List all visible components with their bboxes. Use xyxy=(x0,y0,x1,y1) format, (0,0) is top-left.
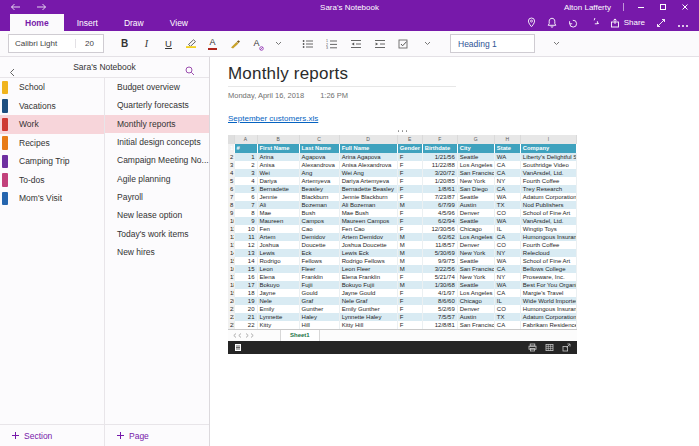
tags-chevron-icon[interactable] xyxy=(419,35,436,53)
location-pin-icon[interactable] xyxy=(527,14,536,32)
tab-insert[interactable]: Insert xyxy=(64,14,111,31)
grid-view-icon[interactable] xyxy=(545,338,554,356)
table-row[interactable]: 87AliBozemanAli BozemanM6/7/99AustinTXNo… xyxy=(228,201,577,209)
table-row[interactable]: 21ArinaAgapovaArina AgapovaF1/21/56Seatt… xyxy=(228,153,577,161)
table-row[interactable]: 1716ElenaFranklinElena FranklinF5/21/74N… xyxy=(228,273,577,281)
pop-out-icon[interactable] xyxy=(562,338,571,356)
sidebar-section-vacations[interactable]: Vacations xyxy=(0,97,104,116)
table-row[interactable]: 1110FenCaoFen CaoF12/30/56ChicagoILWingt… xyxy=(228,225,577,233)
table-row[interactable]: 32AnisaAlexandrovaAnisa AlexandrovaF11/2… xyxy=(228,161,577,169)
styles-chevron-icon[interactable] xyxy=(548,35,565,53)
font-options-chevron-icon[interactable] xyxy=(270,35,287,53)
cell: IL xyxy=(494,297,520,305)
undo-icon[interactable] xyxy=(568,14,578,32)
more-options-icon[interactable] xyxy=(677,14,689,32)
print-icon[interactable] xyxy=(528,338,537,356)
maximize-button[interactable] xyxy=(658,2,668,12)
column-letter: F xyxy=(422,135,457,144)
table-row[interactable]: 1918JayneGouldJayne GouldF4/1/97Los Ange… xyxy=(228,289,577,297)
bullet-list-button[interactable] xyxy=(299,35,316,53)
font-name-field[interactable]: Calibri Light xyxy=(9,39,75,48)
sidebar-page-budget-overview[interactable]: Budget overview xyxy=(105,78,209,96)
sidebar-section-to-dos[interactable]: To-dos xyxy=(0,171,104,190)
page-title[interactable]: Monthly reports xyxy=(228,64,456,84)
minimize-button[interactable] xyxy=(636,2,646,12)
add-section-button[interactable]: Section xyxy=(0,424,104,446)
table-row[interactable]: 2120EmilyGuntherEmily GuntherF5/2/69Denv… xyxy=(228,305,577,313)
table-row[interactable]: 1514RodrigoFellowsRodrigo FellowsM9/9/75… xyxy=(228,257,577,265)
sidebar-page-today-s-work-items[interactable]: Today's work items xyxy=(105,224,209,242)
notebook-title[interactable]: Sara's Notebook xyxy=(0,62,209,72)
font-color-button[interactable]: A xyxy=(204,35,221,53)
table-row[interactable]: 1211ArtemDemidovArtem DemidovM6/2/62Los … xyxy=(228,233,577,241)
table-row[interactable]: 1817BokuyoFujiiBokuyo FujiiM1/30/68Seatt… xyxy=(228,281,577,289)
table-row[interactable]: 2322KittyHillKitty HillF12/8/81San Franc… xyxy=(228,321,577,329)
cell: 21 xyxy=(234,313,257,321)
column-letter: E xyxy=(397,135,422,144)
sidebar-section-camping-trip[interactable]: Camping Trip xyxy=(0,152,104,171)
highlighter-button[interactable] xyxy=(182,35,199,53)
sidebar-section-school[interactable]: School xyxy=(0,78,104,97)
todo-tag-button[interactable] xyxy=(395,35,412,53)
table-row[interactable]: 2221LynnetteHaleyLynnette HaleyF7/5/57Au… xyxy=(228,313,577,321)
table-row[interactable]: 1312JoshuaDoucetteJoshua DoucetteM11/8/5… xyxy=(228,241,577,249)
sidebar-section-recipes[interactable]: Recipes xyxy=(0,134,104,153)
row-number: 9 xyxy=(228,209,234,217)
cell: 1/21/56 xyxy=(422,153,457,161)
table-row[interactable]: 76JennieBlackburnJennie BlackburnF7/23/8… xyxy=(228,193,577,201)
close-button[interactable] xyxy=(680,2,690,12)
clear-formatting-button[interactable]: A xyxy=(248,35,265,53)
add-page-button[interactable]: Page xyxy=(105,424,209,446)
format-painter-button[interactable] xyxy=(226,35,243,53)
table-row[interactable]: 1615LeonFleerLeon FleerM3/22/56San Franc… xyxy=(228,265,577,273)
decrease-indent-button[interactable] xyxy=(347,35,364,53)
attachment-link[interactable]: September customers.xls xyxy=(228,114,318,123)
numbered-list-button[interactable]: 123 xyxy=(323,35,340,53)
column-header: First Name xyxy=(257,144,299,153)
redo-icon[interactable] xyxy=(589,14,599,32)
font-picker[interactable]: Calibri Light 20 xyxy=(8,34,104,53)
account-name[interactable]: Alton Lafferty xyxy=(564,3,611,12)
underline-button[interactable]: U xyxy=(160,35,177,53)
search-icon[interactable] xyxy=(185,62,195,80)
embed-workbook-icon[interactable] xyxy=(234,338,242,356)
excel-embed[interactable]: ABCDEFGHI1#First NameLast NameFull NameG… xyxy=(228,130,577,354)
sidebar-page-payroll[interactable]: Payroll xyxy=(105,188,209,206)
table-row[interactable]: 109MaureenCamposMaureen CamposF6/2/94Sea… xyxy=(228,217,577,225)
table-row[interactable]: 43WeiAngWei AngF3/20/72San FranciscoCAVa… xyxy=(228,169,577,177)
page-canvas[interactable]: Monthly reports Monday, April 16, 2018 1… xyxy=(210,57,699,446)
sidebar-page-new-hires[interactable]: New hires xyxy=(105,243,209,261)
sidebar-page-quarterly-forecasts[interactable]: Quarterly forecasts xyxy=(105,96,209,114)
embed-move-handle-icon[interactable] xyxy=(228,130,577,132)
table-row[interactable]: 1413LewisEckLewis EckM5/30/69New YorkNYR… xyxy=(228,249,577,257)
italic-button[interactable]: I xyxy=(138,35,155,53)
notifications-bell-icon[interactable] xyxy=(547,14,557,32)
bold-button[interactable]: B xyxy=(116,35,133,53)
sidebar-section-mom-s-visit[interactable]: Mom's Visit xyxy=(0,189,104,208)
column-header: Company xyxy=(520,144,576,153)
sidebar-page-monthly-reports[interactable]: Monthly reports xyxy=(105,115,209,133)
tab-draw[interactable]: Draw xyxy=(111,14,157,31)
table-row[interactable]: 98MaeBushMae BushF4/5/96DenverCOSchool o… xyxy=(228,209,577,217)
cell: 8/6/60 xyxy=(422,297,457,305)
sheet-nav-arrows-icon[interactable] xyxy=(228,330,260,341)
back-arrow-icon[interactable] xyxy=(10,3,21,11)
style-picker[interactable]: Heading 1 xyxy=(450,34,535,53)
share-button[interactable]: Share xyxy=(610,18,645,28)
sidebar-page-campaign-meeting-no[interactable]: Campaign Meeting No... xyxy=(105,151,209,169)
sidebar-page-agile-planning[interactable]: Agile planning xyxy=(105,169,209,187)
increase-indent-button[interactable] xyxy=(371,35,388,53)
sheet-tab[interactable]: Sheet1 xyxy=(280,330,320,341)
cell: CO xyxy=(494,209,520,217)
tab-view[interactable]: View xyxy=(157,14,201,31)
sidebar-section-work[interactable]: Work xyxy=(0,115,104,134)
table-row[interactable]: 65BernadetteBeasleyBernadette BeasleyF1/… xyxy=(228,185,577,193)
table-row[interactable]: 54DariyaArtemyevaDariya ArtemyevaF1/20/8… xyxy=(228,177,577,185)
tab-home[interactable]: Home xyxy=(10,14,64,31)
sidebar-page-new-lease-option[interactable]: New lease option xyxy=(105,206,209,224)
table-row[interactable]: 2019NeleGrafNele GrafF8/6/60ChicagoILWid… xyxy=(228,297,577,305)
forward-arrow-icon[interactable] xyxy=(36,3,47,11)
font-size-field[interactable]: 20 xyxy=(75,39,103,48)
sidebar-page-initial-design-concepts[interactable]: Initial design concepts xyxy=(105,133,209,151)
fullscreen-icon[interactable] xyxy=(656,14,666,32)
